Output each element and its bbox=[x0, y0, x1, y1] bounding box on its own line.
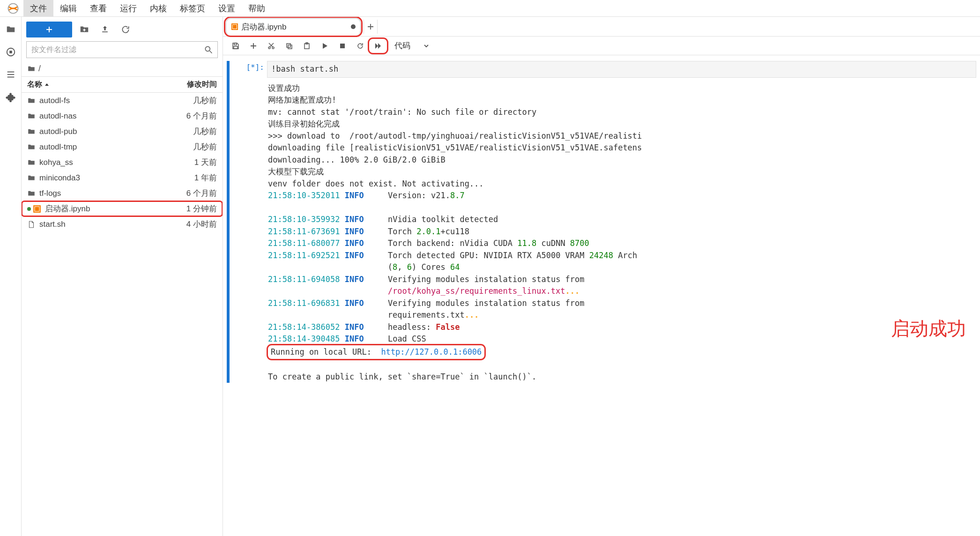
notebook-body: [*]: !bash start.sh 设置成功 网络加速配置成功! mv: c… bbox=[223, 55, 980, 536]
notebook-toolbar: 代码 bbox=[223, 37, 980, 55]
add-tab-button[interactable] bbox=[364, 20, 378, 34]
file-name: autodl-pub bbox=[39, 127, 161, 136]
file-name: autodl-nas bbox=[39, 112, 161, 121]
folder-icon[interactable] bbox=[6, 24, 16, 35]
editor-area: 启动器.ipynb 代码 bbox=[223, 17, 980, 536]
svg-point-7 bbox=[205, 46, 210, 51]
file-time: 几秒前 bbox=[161, 126, 217, 137]
menu-run[interactable]: 运行 bbox=[113, 0, 143, 17]
chevron-down-icon bbox=[423, 43, 429, 49]
svg-rect-6 bbox=[102, 31, 108, 32]
extensions-icon[interactable] bbox=[6, 92, 16, 102]
file-row-autodl-nas[interactable]: autodl-nas6 个月前 bbox=[22, 108, 223, 124]
svg-point-16 bbox=[272, 47, 274, 49]
cell-type-label: 代码 bbox=[394, 40, 410, 51]
save-icon[interactable] bbox=[227, 39, 245, 53]
menu-view[interactable]: 查看 bbox=[83, 0, 113, 17]
menu-edit[interactable]: 编辑 bbox=[53, 0, 83, 17]
svg-rect-21 bbox=[340, 44, 345, 48]
jupyter-logo-icon bbox=[7, 2, 20, 15]
code-cell[interactable]: [*]: !bash start.sh 设置成功 网络加速配置成功! mv: c… bbox=[223, 61, 980, 383]
file-name: tf-logs bbox=[39, 189, 161, 198]
file-time: 1 分钟前 bbox=[161, 203, 217, 214]
file-browser: / 名称 修改时间 autodl-fs几秒前autodl-nas6 个月前aut… bbox=[22, 17, 223, 536]
running-icon[interactable] bbox=[6, 47, 16, 57]
local-url-box: Running on local URL: http://127.0.0.1:6… bbox=[268, 345, 484, 359]
local-url-link[interactable]: http://127.0.0.1:6006 bbox=[381, 347, 482, 357]
breadcrumb-root: / bbox=[38, 64, 41, 74]
file-row-autodl-pub[interactable]: autodl-pub几秒前 bbox=[22, 124, 223, 139]
file-name: miniconda3 bbox=[39, 173, 161, 183]
menu-help[interactable]: 帮助 bbox=[242, 0, 272, 17]
refresh-icon[interactable] bbox=[117, 24, 134, 35]
cut-icon[interactable] bbox=[262, 39, 280, 53]
search-icon bbox=[204, 45, 213, 54]
tab-title: 启动器.ipynb bbox=[241, 22, 286, 32]
menu-file[interactable]: 文件 bbox=[23, 0, 53, 17]
svg-rect-10 bbox=[35, 207, 39, 211]
toc-icon[interactable] bbox=[6, 69, 16, 80]
svg-rect-12 bbox=[233, 25, 237, 29]
copy-icon[interactable] bbox=[280, 39, 298, 53]
file-name: start.sh bbox=[39, 220, 161, 229]
cell-code-input[interactable]: !bash start.sh bbox=[267, 61, 976, 78]
file-time: 6 个月前 bbox=[161, 111, 217, 121]
tab-launcher-notebook[interactable]: 启动器.ipynb bbox=[226, 18, 361, 35]
menu-tabs[interactable]: 标签页 bbox=[173, 0, 212, 17]
file-time: 1 天前 bbox=[161, 157, 217, 168]
run-icon[interactable] bbox=[316, 39, 334, 53]
restart-icon[interactable] bbox=[351, 39, 369, 53]
file-row-tf-logs[interactable]: tf-logs6 个月前 bbox=[22, 186, 223, 201]
file-time: 几秒前 bbox=[161, 95, 217, 106]
file-filter-input[interactable] bbox=[26, 41, 218, 58]
upload-icon[interactable] bbox=[97, 24, 113, 35]
header-name[interactable]: 名称 bbox=[27, 80, 161, 89]
file-row-kohya_ss[interactable]: kohya_ss1 天前 bbox=[22, 155, 223, 170]
file-name: autodl-tmp bbox=[39, 142, 161, 152]
file-list: autodl-fs几秒前autodl-nas6 个月前autodl-pub几秒前… bbox=[22, 93, 223, 536]
svg-rect-17 bbox=[287, 44, 290, 47]
file-row-autodl-fs[interactable]: autodl-fs几秒前 bbox=[22, 93, 223, 108]
paste-icon[interactable] bbox=[298, 39, 316, 53]
file-time: 1 年前 bbox=[161, 172, 217, 183]
cell-type-select[interactable]: 代码 bbox=[391, 40, 433, 51]
file-list-header: 名称 修改时间 bbox=[22, 77, 223, 93]
header-modified[interactable]: 修改时间 bbox=[161, 80, 217, 89]
running-dot-icon bbox=[27, 207, 31, 211]
svg-line-8 bbox=[210, 51, 212, 53]
menu-kernel[interactable]: 内核 bbox=[143, 0, 173, 17]
file-row-miniconda3[interactable]: miniconda31 年前 bbox=[22, 170, 223, 186]
file-time: 6 个月前 bbox=[161, 188, 217, 199]
cell-output: 设置成功 网络加速配置成功! mv: cannot stat '/root/tr… bbox=[267, 82, 976, 383]
svg-rect-2 bbox=[9, 51, 12, 53]
restart-run-all-icon[interactable] bbox=[369, 39, 387, 53]
tab-bar: 启动器.ipynb bbox=[223, 17, 980, 37]
svg-point-15 bbox=[268, 47, 270, 49]
insert-cell-icon[interactable] bbox=[245, 39, 262, 53]
dirty-indicator-icon bbox=[351, 24, 356, 29]
file-name: kohya_ss bbox=[39, 158, 161, 167]
annotation-success: 启动成功 bbox=[891, 316, 966, 342]
new-launcher-button[interactable] bbox=[26, 22, 72, 37]
activity-bar bbox=[0, 17, 22, 536]
file-row-autodl-tmp[interactable]: autodl-tmp几秒前 bbox=[22, 139, 223, 155]
menu-settings[interactable]: 设置 bbox=[212, 0, 242, 17]
file-time: 几秒前 bbox=[161, 141, 217, 152]
new-folder-icon[interactable] bbox=[76, 24, 93, 35]
svg-rect-18 bbox=[288, 45, 292, 49]
svg-rect-13 bbox=[234, 43, 237, 45]
file-name: autodl-fs bbox=[39, 96, 161, 105]
file-name: 启动器.ipynb bbox=[45, 203, 161, 214]
file-row-启动器.ipynb[interactable]: 启动器.ipynb1 分钟前 bbox=[22, 201, 223, 216]
stop-icon[interactable] bbox=[334, 39, 351, 53]
cell-run-indicator bbox=[227, 61, 230, 383]
menubar: 文件 编辑 查看 运行 内核 标签页 设置 帮助 bbox=[0, 0, 980, 17]
cell-prompt: [*]: bbox=[230, 61, 267, 383]
file-time: 4 小时前 bbox=[161, 219, 217, 230]
breadcrumb[interactable]: / bbox=[22, 61, 223, 77]
file-row-start.sh[interactable]: start.sh4 小时前 bbox=[22, 216, 223, 232]
svg-rect-14 bbox=[234, 46, 238, 49]
